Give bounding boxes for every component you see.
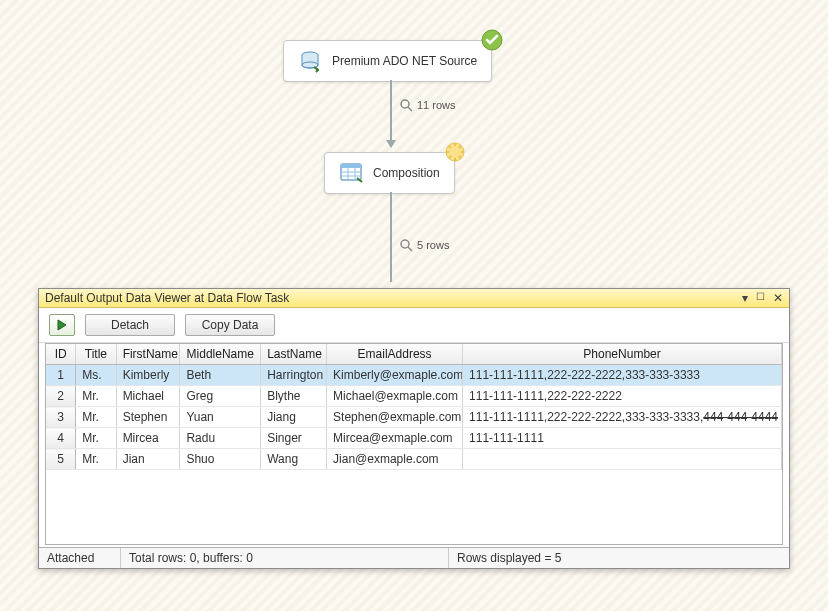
table-cell[interactable]: 5 — [46, 449, 76, 470]
table-cell[interactable]: Jian@exmaple.com — [327, 449, 463, 470]
table-cell[interactable]: Mr. — [76, 428, 116, 449]
table-cell[interactable]: 2 — [46, 386, 76, 407]
table-cell[interactable] — [463, 449, 782, 470]
window-title: Default Output Data Viewer at Data Flow … — [45, 291, 289, 305]
table-cell[interactable]: Mr. — [76, 407, 116, 428]
table-cell[interactable]: Kimberly@exmaple.com — [327, 365, 463, 386]
table-icon — [339, 161, 363, 185]
table-cell[interactable]: Ms. — [76, 365, 116, 386]
table-cell[interactable]: Jian — [116, 449, 180, 470]
table-cell[interactable]: 4 — [46, 428, 76, 449]
edge-rowcount: 11 rows — [399, 98, 456, 112]
table-cell[interactable]: Stephen@exmaple.com — [327, 407, 463, 428]
viewer-toolbar: Detach Copy Data — [39, 308, 789, 343]
table-cell[interactable]: Singer — [261, 428, 327, 449]
dropdown-icon[interactable]: ▾ — [742, 291, 748, 305]
table-row[interactable]: 2Mr.MichaelGregBlytheMichael@exmaple.com… — [46, 386, 782, 407]
svg-line-4 — [408, 107, 412, 111]
status-totals: Total rows: 0, buffers: 0 — [121, 548, 449, 568]
window-titlebar[interactable]: Default Output Data Viewer at Data Flow … — [39, 289, 789, 308]
svg-line-21 — [408, 247, 412, 251]
flow-node-composition[interactable]: Composition — [324, 152, 455, 194]
table-cell[interactable]: 111-111-1111 — [463, 428, 782, 449]
column-header[interactable]: PhoneNumber — [463, 344, 782, 365]
table-cell[interactable]: 111-111-1111,222-222-2222,333-333-3333,4… — [463, 407, 782, 428]
busy-badge-icon — [444, 141, 466, 163]
column-header[interactable]: FirstName — [116, 344, 180, 365]
table-cell[interactable]: Kimberly — [116, 365, 180, 386]
flow-edge — [390, 192, 392, 282]
table-cell[interactable]: Blythe — [261, 386, 327, 407]
database-icon — [298, 49, 322, 73]
svg-line-19 — [459, 146, 461, 148]
column-header[interactable]: MiddleName — [180, 344, 261, 365]
close-icon[interactable]: ✕ — [773, 291, 783, 305]
svg-line-16 — [449, 146, 451, 148]
table-cell[interactable]: Mircea — [116, 428, 180, 449]
table-cell[interactable]: Shuo — [180, 449, 261, 470]
table-cell[interactable]: 1 — [46, 365, 76, 386]
column-header[interactable]: Title — [76, 344, 116, 365]
status-bar: Attached Total rows: 0, buffers: 0 Rows … — [39, 547, 789, 568]
table-cell[interactable]: Michael@exmaple.com — [327, 386, 463, 407]
svg-line-17 — [459, 156, 461, 158]
table-cell[interactable]: Beth — [180, 365, 261, 386]
svg-point-3 — [401, 100, 409, 108]
table-cell[interactable]: Michael — [116, 386, 180, 407]
table-cell[interactable]: Harrington — [261, 365, 327, 386]
table-cell[interactable]: Jiang — [261, 407, 327, 428]
column-header[interactable]: EmailAddress — [327, 344, 463, 365]
magnifier-icon — [399, 238, 413, 252]
status-attached: Attached — [39, 548, 121, 568]
column-header[interactable]: ID — [46, 344, 76, 365]
table-cell[interactable]: Mircea@exmaple.com — [327, 428, 463, 449]
data-viewer-window: Default Output Data Viewer at Data Flow … — [38, 288, 790, 569]
flow-edge — [390, 80, 392, 140]
maximize-icon[interactable]: ☐ — [756, 291, 765, 305]
detach-button[interactable]: Detach — [85, 314, 175, 336]
node-label: Composition — [373, 166, 440, 180]
edge-rowcount: 5 rows — [399, 238, 449, 252]
table-cell[interactable]: Radu — [180, 428, 261, 449]
status-displayed: Rows displayed = 5 — [449, 548, 789, 568]
table-row[interactable]: 5Mr.JianShuoWangJian@exmaple.com — [46, 449, 782, 470]
play-button[interactable] — [49, 314, 75, 336]
arrow-head-icon — [386, 140, 396, 148]
table-cell[interactable]: Stephen — [116, 407, 180, 428]
table-cell[interactable]: 111-111-1111,222-222-2222 — [463, 386, 782, 407]
table-row[interactable]: 3Mr.StephenYuanJiangStephen@exmaple.com1… — [46, 407, 782, 428]
table-cell[interactable]: Wang — [261, 449, 327, 470]
table-row[interactable]: 1Ms.KimberlyBethHarringtonKimberly@exmap… — [46, 365, 782, 386]
table-cell[interactable]: Yuan — [180, 407, 261, 428]
table-row[interactable]: 4Mr.MirceaRaduSingerMircea@exmaple.com11… — [46, 428, 782, 449]
flow-node-source[interactable]: Premium ADO NET Source — [283, 40, 492, 82]
node-label: Premium ADO NET Source — [332, 54, 477, 68]
column-header[interactable]: LastName — [261, 344, 327, 365]
success-badge-icon — [481, 29, 503, 51]
table-cell[interactable]: Mr. — [76, 386, 116, 407]
copy-data-button[interactable]: Copy Data — [185, 314, 275, 336]
data-grid[interactable]: IDTitleFirstNameMiddleNameLastNameEmailA… — [45, 343, 783, 545]
svg-point-20 — [401, 240, 409, 248]
table-cell[interactable]: 111-111-1111,222-222-2222,333-333-3333 — [463, 365, 782, 386]
svg-rect-6 — [341, 164, 361, 168]
magnifier-icon — [399, 98, 413, 112]
table-cell[interactable]: Greg — [180, 386, 261, 407]
table-cell[interactable]: 3 — [46, 407, 76, 428]
table-cell[interactable]: Mr. — [76, 449, 116, 470]
svg-line-18 — [449, 156, 451, 158]
